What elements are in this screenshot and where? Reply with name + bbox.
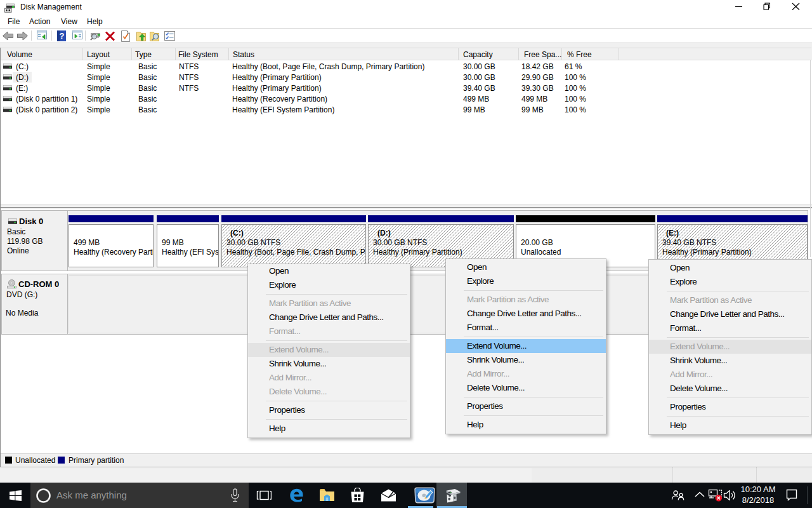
svg-text:?: ? bbox=[60, 31, 65, 41]
